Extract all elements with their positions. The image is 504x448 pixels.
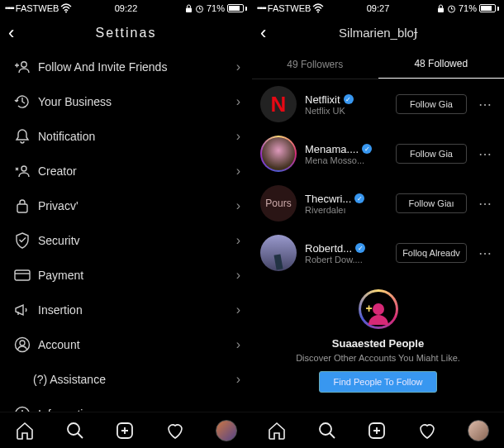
avatar xyxy=(260,136,297,172)
header: ‹ Settinas xyxy=(0,17,252,50)
verified-icon: ✓ xyxy=(362,144,372,154)
chevron-right-icon: › xyxy=(236,303,240,317)
chevron-right-icon: › xyxy=(236,268,240,283)
page-title: Settinas xyxy=(0,26,252,41)
user-row[interactable]: Robertd...✓ Robert Dow.... Folloq Alread… xyxy=(252,228,504,278)
svg-rect-6 xyxy=(15,270,30,280)
tab-followed[interactable]: 48 Followed xyxy=(378,50,505,79)
card-icon xyxy=(12,269,33,282)
page-title: Silmarien_bloɈ xyxy=(252,26,504,41)
user-sub: Riverdaleı xyxy=(305,205,388,215)
chevron-right-icon: › xyxy=(236,129,240,144)
item-notification[interactable]: Notification › xyxy=(0,119,252,154)
svg-rect-5 xyxy=(17,204,27,212)
verified-icon: ✓ xyxy=(344,94,354,104)
avatar: N xyxy=(260,86,297,122)
clock: 09:27 xyxy=(252,3,504,13)
chevron-right-icon: › xyxy=(236,337,240,352)
follow-button[interactable]: Follow Gia xyxy=(396,94,467,114)
item-security[interactable]: Securitv › xyxy=(0,223,252,258)
item-assistance[interactable]: (?) Assistance › xyxy=(0,362,252,397)
lock-icon xyxy=(12,198,33,214)
profile-avatar[interactable] xyxy=(216,420,237,441)
user-row[interactable]: Menama....✓ Mena Mosso... Follow Gia ⋯ xyxy=(252,129,504,179)
add-icon[interactable] xyxy=(115,421,135,441)
chevron-right-icon: › xyxy=(236,372,240,387)
tab-followers[interactable]: 49 Followers xyxy=(252,50,378,79)
user-name: Thecwri... xyxy=(305,193,351,205)
user-list: N Netflixit✓ Netflix UK Follow Gia ⋯ Men… xyxy=(252,79,504,278)
svg-point-3 xyxy=(21,62,26,67)
item-your-business[interactable]: Your Business › xyxy=(0,84,252,119)
profile-avatar[interactable] xyxy=(468,420,489,441)
chevron-right-icon: › xyxy=(236,94,240,109)
follow-button[interactable]: Follow Giaı xyxy=(396,193,467,213)
settings-list: Follow And Invite Friends › Your Busines… xyxy=(0,50,252,448)
chevron-right-icon: › xyxy=(236,164,240,179)
search-icon[interactable] xyxy=(317,421,337,441)
item-label: (?) Assistance xyxy=(33,373,236,386)
more-icon[interactable]: ⋯ xyxy=(475,245,496,261)
svg-point-16 xyxy=(320,423,331,435)
user-name: Robertd... xyxy=(305,242,352,255)
suggested-section: + Suaaested People Discover Other Accoun… xyxy=(252,278,504,404)
item-label: Follow And Invite Friends xyxy=(33,60,236,74)
megaphone-icon xyxy=(12,303,33,317)
item-account[interactable]: Account › xyxy=(0,327,252,362)
svg-point-4 xyxy=(21,166,26,171)
user-sub: Netflix UK xyxy=(305,106,388,116)
shield-icon xyxy=(12,232,33,249)
bottom-nav xyxy=(252,412,504,448)
item-label: Payment xyxy=(33,269,236,282)
item-privacy[interactable]: Privacv' › xyxy=(0,188,252,223)
item-label: Notification xyxy=(33,130,236,143)
item-creator[interactable]: Creator › xyxy=(0,154,252,188)
add-friend-icon xyxy=(12,60,33,74)
more-icon[interactable]: ⋯ xyxy=(475,97,496,112)
find-people-button[interactable]: Find People To Follow xyxy=(319,371,436,393)
item-label: Securitv xyxy=(33,234,236,247)
home-icon[interactable] xyxy=(267,421,287,441)
more-icon[interactable]: ⋯ xyxy=(475,146,496,162)
item-follow-invite[interactable]: Follow And Invite Friends › xyxy=(0,50,252,84)
heart-icon[interactable] xyxy=(165,421,185,441)
user-sub: Mena Mosso... xyxy=(305,155,388,165)
add-icon[interactable] xyxy=(367,421,387,441)
item-label: Insertion xyxy=(33,303,236,317)
more-icon[interactable]: ⋯ xyxy=(475,196,496,212)
suggested-subtitle: Discover Other Accounts You Miaht Like. xyxy=(269,353,487,363)
heart-icon[interactable] xyxy=(417,421,437,441)
verified-icon: ✓ xyxy=(355,243,365,253)
item-label: Account xyxy=(33,338,236,351)
item-payment[interactable]: Payment › xyxy=(0,258,252,293)
follow-button[interactable]: Follow Gia xyxy=(396,144,467,164)
home-icon[interactable] xyxy=(15,421,35,441)
verified-icon: ✓ xyxy=(354,193,364,203)
item-label: Your Business xyxy=(33,95,236,108)
user-sub: Robert Dow.... xyxy=(305,255,388,265)
svg-point-7 xyxy=(16,338,30,352)
item-insertion[interactable]: Insertion › xyxy=(0,293,252,327)
tabs: 49 Followers 48 Followed xyxy=(252,50,504,79)
chevron-right-icon: › xyxy=(236,233,240,248)
user-row[interactable]: N Netflixit✓ Netflix UK Follow Gia ⋯ xyxy=(252,79,504,129)
avatar: Pours xyxy=(260,185,297,222)
chevron-right-icon: › xyxy=(236,198,240,213)
item-label: Privacv' xyxy=(33,199,236,212)
bottom-nav xyxy=(0,412,252,448)
suggested-title: Suaaested People xyxy=(269,337,487,350)
user-name: Menama.... xyxy=(305,143,359,155)
status-bar: ••••• FASTWEB 09:27 71% xyxy=(252,0,504,17)
svg-point-11 xyxy=(68,423,79,435)
user-name: Netflixit xyxy=(305,93,340,106)
creator-icon xyxy=(12,164,33,178)
header: ‹ Silmarien_bloɈ xyxy=(252,17,504,50)
bell-icon xyxy=(12,128,33,145)
clock: 09:22 xyxy=(0,3,252,13)
account-icon xyxy=(12,336,33,353)
follow-button[interactable]: Folloq Alreadv xyxy=(396,243,467,263)
suggested-people-icon: + xyxy=(359,289,398,329)
history-icon xyxy=(12,93,33,110)
search-icon[interactable] xyxy=(65,421,85,441)
user-row[interactable]: Pours Thecwri...✓ Riverdaleı Follow Giaı… xyxy=(252,179,504,228)
